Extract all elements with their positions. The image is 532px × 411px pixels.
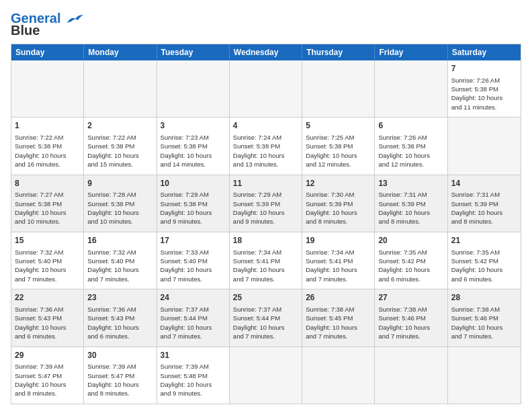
day-info-line: Daylight: 10 hours <box>161 323 226 332</box>
day-info-line: Sunrise: 7:23 AM <box>161 133 226 142</box>
day-cell-24: 24Sunrise: 7:37 AMSunset: 5:44 PMDayligh… <box>157 289 230 346</box>
day-info-line: Sunrise: 7:35 AM <box>451 248 517 257</box>
day-info-line: and 8 minutes. <box>306 217 371 226</box>
day-number: 16 <box>87 235 152 246</box>
day-number: 12 <box>306 178 371 189</box>
day-info-line: and 10 minutes. <box>15 217 80 226</box>
week-row-5: 29Sunrise: 7:39 AMSunset: 5:47 PMDayligh… <box>11 347 521 404</box>
empty-cell-0-3 <box>230 60 302 117</box>
day-info-line: and 7 minutes. <box>87 275 152 283</box>
day-info-line: Sunrise: 7:34 AM <box>233 248 298 257</box>
day-header-friday: Friday <box>375 44 447 60</box>
day-info-line: Daylight: 10 hours <box>15 208 80 217</box>
day-info-line: Sunrise: 7:27 AM <box>15 190 80 199</box>
day-info-line: Sunrise: 7:22 AM <box>15 133 80 142</box>
day-info-line: and 13 minutes. <box>233 160 298 169</box>
page: General Blue SundayMondayTuesdayWednesda… <box>0 0 532 411</box>
day-info-line: Sunrise: 7:36 AM <box>87 305 152 314</box>
day-info-line: Sunset: 5:44 PM <box>161 314 226 322</box>
day-info-line: Sunrise: 7:37 AM <box>233 305 298 314</box>
day-info-line: Sunset: 5:39 PM <box>306 199 371 208</box>
day-number: 5 <box>306 120 371 132</box>
day-info-line: Sunset: 5:47 PM <box>15 371 80 380</box>
day-info-line: Daylight: 10 hours <box>87 151 152 160</box>
logo-bird-icon <box>66 13 85 26</box>
day-number: 24 <box>161 292 226 304</box>
day-cell-5: 5Sunrise: 7:25 AMSunset: 5:38 PMDaylight… <box>302 118 375 174</box>
day-cell-18: 18Sunrise: 7:34 AMSunset: 5:41 PMDayligh… <box>230 232 302 289</box>
day-cell-29: 29Sunrise: 7:39 AMSunset: 5:47 PMDayligh… <box>11 347 84 404</box>
day-header-saturday: Saturday <box>448 44 521 60</box>
day-cell-23: 23Sunrise: 7:36 AMSunset: 5:43 PMDayligh… <box>84 289 157 346</box>
day-header-monday: Monday <box>84 44 157 60</box>
empty-cell-0-0 <box>11 60 84 117</box>
day-info-line: Sunrise: 7:36 AM <box>15 305 80 314</box>
day-cell-25: 25Sunrise: 7:37 AMSunset: 5:44 PMDayligh… <box>230 289 302 346</box>
day-info-line: Sunrise: 7:28 AM <box>87 190 152 199</box>
day-info-line: Sunrise: 7:31 AM <box>451 190 517 199</box>
day-number: 27 <box>378 292 443 304</box>
day-cell-1: 1Sunrise: 7:22 AMSunset: 5:38 PMDaylight… <box>11 118 84 174</box>
day-cell-21: 21Sunrise: 7:35 AMSunset: 5:42 PMDayligh… <box>448 232 521 289</box>
day-cell-15: 15Sunrise: 7:32 AMSunset: 5:40 PMDayligh… <box>11 232 84 289</box>
day-info-line: Daylight: 10 hours <box>87 265 152 274</box>
calendar-body: 7Sunrise: 7:26 AMSunset: 5:38 PMDaylight… <box>11 60 521 404</box>
day-info-line: Daylight: 10 hours <box>233 265 298 274</box>
day-info-line: Sunrise: 7:22 AM <box>87 133 152 142</box>
day-info-line: and 7 minutes. <box>233 332 298 340</box>
day-info-line: and 7 minutes. <box>378 332 443 340</box>
day-cell-6: 6Sunrise: 7:26 AMSunset: 5:38 PMDaylight… <box>375 118 447 174</box>
day-info-line: Daylight: 10 hours <box>306 323 371 332</box>
day-info-line: and 8 minutes. <box>378 217 443 226</box>
day-info-line: Sunset: 5:39 PM <box>378 199 443 208</box>
day-info-line: Sunset: 5:48 PM <box>161 371 226 380</box>
day-info-line: and 10 minutes. <box>87 217 152 226</box>
day-cell-11: 11Sunrise: 7:29 AMSunset: 5:39 PMDayligh… <box>230 175 302 232</box>
day-info-line: and 16 minutes. <box>15 160 80 169</box>
day-info-line: and 6 minutes. <box>15 332 80 340</box>
day-info-line: and 6 minutes. <box>378 275 443 283</box>
day-number: 18 <box>233 235 298 246</box>
day-info-line: Sunrise: 7:32 AM <box>15 248 80 257</box>
week-row-0: 7Sunrise: 7:26 AMSunset: 5:38 PMDaylight… <box>11 60 521 118</box>
day-number: 20 <box>378 235 443 246</box>
day-info-line: Sunset: 5:43 PM <box>15 314 80 322</box>
day-info-line: Sunset: 5:38 PM <box>15 142 80 150</box>
day-info-line: Sunset: 5:38 PM <box>87 142 152 150</box>
day-cell-16: 16Sunrise: 7:32 AMSunset: 5:40 PMDayligh… <box>84 232 157 289</box>
day-info-line: Sunset: 5:40 PM <box>161 257 226 265</box>
day-info-line: Sunset: 5:46 PM <box>451 314 517 322</box>
day-cell-12: 12Sunrise: 7:30 AMSunset: 5:39 PMDayligh… <box>302 175 375 232</box>
day-info-line: Sunset: 5:38 PM <box>161 142 226 150</box>
day-info-line: and 7 minutes. <box>306 332 371 340</box>
day-info-line: Sunrise: 7:38 AM <box>451 305 517 314</box>
day-info-line: Sunrise: 7:26 AM <box>451 76 517 85</box>
day-info-line: Daylight: 10 hours <box>378 208 443 217</box>
week-row-2: 8Sunrise: 7:27 AMSunset: 5:38 PMDaylight… <box>11 175 521 232</box>
empty-cell-0-2 <box>157 60 230 117</box>
day-number: 11 <box>233 178 298 189</box>
empty-cell-5-6 <box>448 347 521 404</box>
day-cell-28: 28Sunrise: 7:38 AMSunset: 5:46 PMDayligh… <box>448 289 521 346</box>
day-cell-31: 31Sunrise: 7:39 AMSunset: 5:48 PMDayligh… <box>157 347 230 404</box>
day-header-thursday: Thursday <box>302 44 375 60</box>
day-info-line: Sunset: 5:44 PM <box>233 314 298 322</box>
day-info-line: and 7 minutes. <box>306 275 371 283</box>
day-info-line: and 9 minutes. <box>161 389 226 398</box>
day-info-line: Daylight: 10 hours <box>161 265 226 274</box>
logo-subtext: Blue <box>11 23 40 38</box>
day-info-line: Daylight: 10 hours <box>306 208 371 217</box>
day-info-line: Sunset: 5:45 PM <box>306 314 371 322</box>
day-number: 7 <box>451 63 517 75</box>
day-info-line: Daylight: 10 hours <box>378 323 443 332</box>
day-info-line: Sunset: 5:38 PM <box>161 199 226 208</box>
day-number: 6 <box>378 120 443 132</box>
logo: General Blue <box>11 11 85 38</box>
day-info-line: Sunset: 5:38 PM <box>233 142 298 150</box>
day-info-line: Sunset: 5:38 PM <box>451 85 517 93</box>
day-info-line: Sunset: 5:46 PM <box>378 314 443 322</box>
day-info-line: Sunrise: 7:26 AM <box>378 133 443 142</box>
day-info-line: Sunrise: 7:33 AM <box>161 248 226 257</box>
day-number: 14 <box>451 178 517 189</box>
day-number: 1 <box>15 120 80 132</box>
